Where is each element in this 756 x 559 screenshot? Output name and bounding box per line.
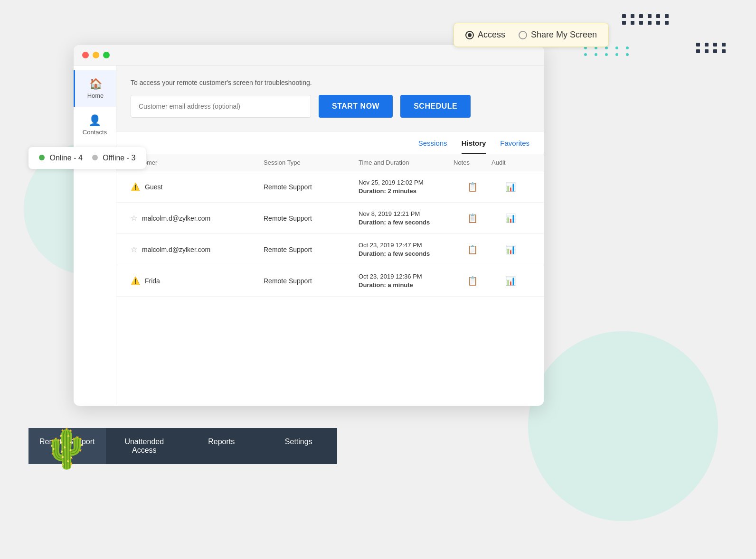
- time-3: Oct 23, 2019 12:47 PM: [359, 242, 454, 249]
- tabs-header: Sessions History Favorites: [116, 131, 544, 154]
- session-type-4: Remote Support: [264, 277, 359, 285]
- start-now-button[interactable]: START NOW: [319, 95, 393, 118]
- session-type-1: Remote Support: [264, 183, 359, 191]
- sidebar-home-label: Home: [87, 92, 104, 99]
- tab-history[interactable]: History: [462, 139, 486, 154]
- customer-name-1: Guest: [145, 183, 162, 191]
- audit-icon-2[interactable]: 📊: [491, 213, 529, 224]
- access-option[interactable]: Access: [465, 30, 505, 40]
- sidebar-item-contacts[interactable]: 👤 Contacts: [74, 107, 116, 143]
- table-row: ☆ malcolm.d@zylker.com Remote Support Oc…: [116, 234, 544, 265]
- bg-dots-top: [622, 14, 671, 25]
- customer-cell-1: ⚠️ Guest: [131, 182, 264, 191]
- share-label: Share My Screen: [531, 30, 597, 40]
- time-2: Nov 8, 2019 12:21 PM: [359, 210, 454, 217]
- offline-label: Offline - 3: [103, 154, 135, 162]
- contacts-icon: 👤: [88, 114, 101, 127]
- share-radio[interactable]: [519, 31, 527, 39]
- table-header: Customer Session Type Time and Duration …: [116, 154, 544, 171]
- col-notes: Notes: [454, 159, 491, 166]
- app-layout: 🏠 Home 👤 Contacts To access your remote …: [74, 65, 544, 405]
- time-1: Nov 25, 2019 12:02 PM: [359, 179, 454, 186]
- table-row: ⚠️ Guest Remote Support Nov 25, 2019 12:…: [116, 171, 544, 203]
- audit-icon-1[interactable]: 📊: [491, 182, 529, 192]
- customer-name-3: malcolm.d@zylker.com: [142, 246, 210, 253]
- bg-teal-dots: [584, 47, 633, 56]
- audit-icon-4[interactable]: 📊: [491, 276, 529, 286]
- tabs-section: Sessions History Favorites Customer Sess…: [116, 131, 544, 405]
- duration-3: Duration: a few seconds: [359, 250, 454, 257]
- notes-icon-2[interactable]: 📋: [454, 213, 491, 224]
- table-row: ☆ malcolm.d@zylker.com Remote Support No…: [116, 203, 544, 234]
- col-audit: Audit: [491, 159, 529, 166]
- online-status: Online - 4: [39, 154, 83, 162]
- email-input[interactable]: [131, 95, 311, 118]
- duration-4: Duration: a minute: [359, 281, 454, 289]
- app-window: 🏠 Home 👤 Contacts To access your remote …: [74, 45, 544, 406]
- bg-circle-right: [528, 331, 718, 521]
- notes-icon-1[interactable]: 📋: [454, 182, 491, 192]
- col-session-type: Session Type: [264, 159, 359, 166]
- tab-favorites[interactable]: Favorites: [500, 139, 529, 154]
- action-row: START NOW SCHEDULE: [131, 95, 529, 118]
- top-section: To access your remote customer's screen …: [116, 65, 544, 131]
- customer-name-2: malcolm.d@zylker.com: [142, 214, 210, 222]
- notes-icon-3[interactable]: 📋: [454, 244, 491, 255]
- minimize-button[interactable]: [93, 52, 99, 58]
- schedule-button[interactable]: SCHEDULE: [400, 95, 471, 118]
- access-label: Access: [478, 30, 505, 40]
- online-label: Online - 4: [49, 154, 82, 162]
- cactus-decoration: 🌵: [43, 427, 90, 471]
- customer-cell-4: ⚠️ Frida: [131, 276, 264, 285]
- online-dot: [39, 155, 45, 160]
- close-button[interactable]: [82, 52, 89, 58]
- nav-settings[interactable]: Settings: [260, 428, 338, 464]
- status-badge: Online - 4 Offline - 3: [28, 147, 146, 169]
- maximize-button[interactable]: [103, 52, 110, 58]
- warning-icon: ⚠️: [131, 276, 140, 285]
- main-content: To access your remote customer's screen …: [116, 65, 544, 405]
- home-icon: 🏠: [89, 78, 102, 90]
- sidebar: 🏠 Home 👤 Contacts: [74, 65, 116, 405]
- sidebar-item-home[interactable]: 🏠 Home: [74, 70, 116, 107]
- time-cell-4: Oct 23, 2019 12:36 PM Duration: a minute: [359, 273, 454, 289]
- sidebar-contacts-label: Contacts: [83, 129, 107, 136]
- star-icon: ☆: [131, 245, 137, 254]
- col-time: Time and Duration: [359, 159, 454, 166]
- table-row: ⚠️ Frida Remote Support Oct 23, 2019 12:…: [116, 265, 544, 297]
- notes-icon-4[interactable]: 📋: [454, 276, 491, 286]
- col-customer: Customer: [131, 159, 264, 166]
- customer-name-4: Frida: [145, 277, 160, 285]
- tab-sessions[interactable]: Sessions: [418, 139, 447, 154]
- bg-dots-right: [696, 43, 728, 53]
- nav-unattended-access[interactable]: Unattended Access: [106, 428, 183, 464]
- access-radio[interactable]: [465, 31, 474, 39]
- offline-dot: [92, 155, 98, 160]
- history-table: Customer Session Type Time and Duration …: [116, 154, 544, 297]
- time-cell-2: Nov 8, 2019 12:21 PM Duration: a few sec…: [359, 210, 454, 226]
- share-option[interactable]: Share My Screen: [519, 30, 597, 40]
- session-type-2: Remote Support: [264, 214, 359, 222]
- customer-cell-3: ☆ malcolm.d@zylker.com: [131, 245, 264, 254]
- offline-status: Offline - 3: [92, 154, 136, 162]
- time-cell-3: Oct 23, 2019 12:47 PM Duration: a few se…: [359, 242, 454, 257]
- duration-1: Duration: 2 minutes: [359, 187, 454, 195]
- access-tooltip: Access Share My Screen: [454, 23, 609, 47]
- star-icon: ☆: [131, 214, 137, 223]
- nav-reports[interactable]: Reports: [183, 428, 260, 464]
- customer-cell-2: ☆ malcolm.d@zylker.com: [131, 214, 264, 223]
- audit-icon-3[interactable]: 📊: [491, 244, 529, 255]
- top-description: To access your remote customer's screen …: [131, 79, 529, 86]
- time-cell-1: Nov 25, 2019 12:02 PM Duration: 2 minute…: [359, 179, 454, 195]
- session-type-3: Remote Support: [264, 246, 359, 253]
- window-chrome: [74, 45, 544, 65]
- duration-2: Duration: a few seconds: [359, 219, 454, 226]
- time-4: Oct 23, 2019 12:36 PM: [359, 273, 454, 280]
- warning-icon: ⚠️: [131, 182, 140, 191]
